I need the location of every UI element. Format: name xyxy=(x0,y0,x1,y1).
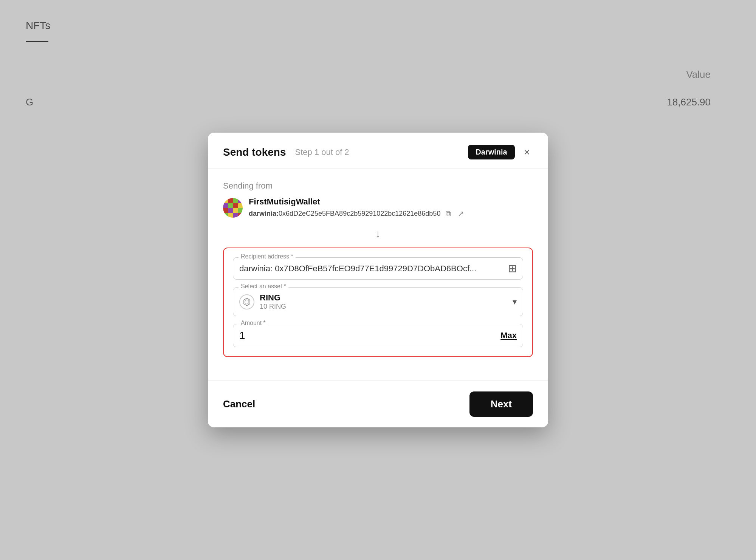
recipient-address-group: Recipient address * ⊞ xyxy=(233,257,523,280)
recipient-address-label: Recipient address * xyxy=(239,253,296,260)
network-badge: Darwinia xyxy=(468,145,514,159)
copy-address-button[interactable]: ⧉ xyxy=(444,209,452,219)
modal-body: Sending from xyxy=(208,169,548,381)
wallet-name: FirstMutisigWallet xyxy=(249,197,466,207)
send-tokens-modal: Send tokens Step 1 out of 2 Darwinia × S… xyxy=(208,133,548,427)
open-address-button[interactable]: ↗ xyxy=(456,208,466,219)
modal-title: Send tokens xyxy=(223,146,286,158)
asset-dropdown-chevron[interactable]: ▾ xyxy=(513,297,517,307)
select-asset-row[interactable]: RING 10 RING ▾ xyxy=(239,293,517,311)
recipient-address-input[interactable] xyxy=(239,264,505,274)
modal-step: Step 1 out of 2 xyxy=(295,147,349,157)
form-area: Recipient address * ⊞ Select an asset * xyxy=(223,248,533,357)
amount-label: Amount * xyxy=(239,320,268,326)
select-asset-group: Select an asset * RING 10 RING ▾ xyxy=(233,287,523,316)
next-button[interactable]: Next xyxy=(469,391,533,417)
select-asset-label: Select an asset * xyxy=(239,283,288,290)
amount-group: Amount * 1 Max xyxy=(233,324,523,347)
ring-logo xyxy=(239,294,254,309)
modal-footer: Cancel Next xyxy=(208,381,548,427)
wallet-info: FirstMutisigWallet darwinia:0x6dD2eC25e5… xyxy=(249,197,466,219)
sending-from-label: Sending from xyxy=(223,181,533,191)
wallet-row: FirstMutisigWallet darwinia:0x6dD2eC25e5… xyxy=(223,197,533,219)
recipient-input-row: ⊞ xyxy=(239,262,517,275)
wallet-address-row: darwinia:0x6dD2eC25e5FBA89c2b59291022bc1… xyxy=(249,208,466,219)
modal-header: Send tokens Step 1 out of 2 Darwinia × xyxy=(208,133,548,169)
asset-name: RING xyxy=(260,293,507,303)
max-button[interactable]: Max xyxy=(500,331,517,340)
wallet-avatar xyxy=(223,198,243,218)
modal-overlay: Send tokens Step 1 out of 2 Darwinia × S… xyxy=(0,0,756,560)
wallet-address-value: 0x6dD2eC25e5FBA89c2b59291022bc12621e86db… xyxy=(279,210,440,217)
wallet-chain: darwinia: xyxy=(249,210,279,217)
arrow-down-icon: ↓ xyxy=(223,228,533,240)
asset-balance: 10 RING xyxy=(260,303,507,311)
svg-marker-1 xyxy=(245,300,249,304)
amount-row: 1 Max xyxy=(239,330,517,342)
ring-svg-icon xyxy=(242,297,251,306)
close-button[interactable]: × xyxy=(521,145,533,159)
ring-info: RING 10 RING xyxy=(260,293,507,311)
cancel-button[interactable]: Cancel xyxy=(223,398,255,410)
amount-value: 1 xyxy=(239,330,500,342)
svg-marker-0 xyxy=(244,298,250,306)
qr-code-icon[interactable]: ⊞ xyxy=(508,262,517,275)
